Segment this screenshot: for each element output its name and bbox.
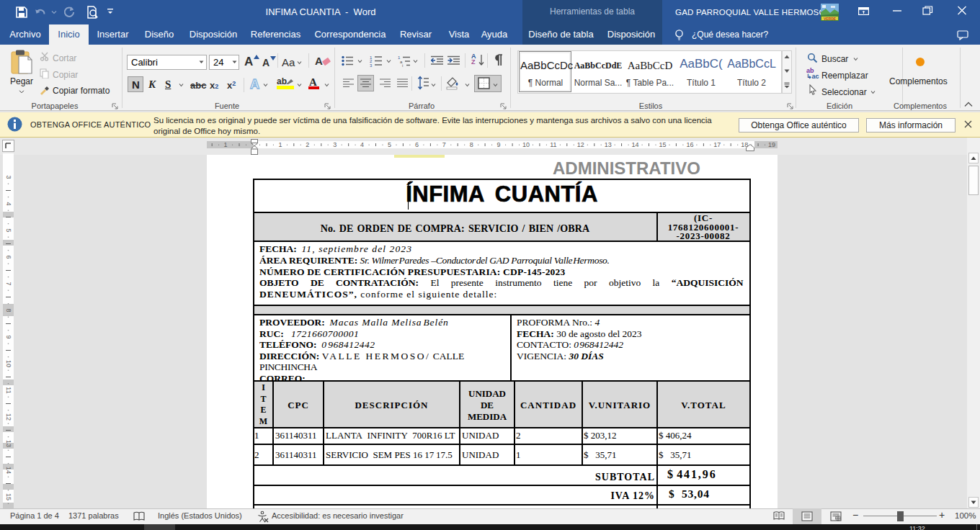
svg-text:4: 4 (360, 141, 364, 148)
svg-text:8: 8 (470, 141, 473, 148)
svg-text:2: 2 (306, 141, 309, 148)
svg-text:4: 4 (5, 202, 12, 205)
svg-text:6: 6 (415, 141, 419, 148)
svg-text:19: 19 (768, 141, 775, 148)
svg-text:3: 3 (5, 175, 12, 179)
svg-text:7: 7 (5, 282, 12, 285)
svg-text:6: 6 (5, 255, 12, 259)
svg-text:16: 16 (686, 141, 693, 148)
svg-text:i: i (402, 63, 403, 67)
svg-text:5: 5 (388, 141, 391, 148)
svg-text:7: 7 (442, 141, 446, 148)
svg-text:10: 10 (5, 360, 12, 367)
svg-text:1: 1 (278, 141, 282, 148)
svg-text:15: 15 (5, 493, 12, 500)
svg-text:13: 13 (5, 440, 12, 447)
svg-text:13: 13 (605, 141, 612, 148)
svg-text:8: 8 (5, 308, 12, 312)
svg-text:12: 12 (577, 141, 584, 148)
svg-text:14: 14 (632, 141, 639, 148)
svg-text:12: 12 (5, 413, 12, 421)
svg-text:10: 10 (522, 141, 530, 148)
svg-text:14: 14 (5, 467, 12, 474)
svg-text:9: 9 (5, 335, 12, 338)
svg-text:1: 1 (224, 141, 228, 148)
svg-text:11: 11 (5, 387, 12, 393)
svg-text:11: 11 (550, 141, 556, 148)
svg-text:VERDE: VERDE (824, 17, 837, 21)
svg-text:3: 3 (370, 63, 373, 68)
svg-text:15: 15 (659, 141, 666, 148)
svg-text:17: 17 (713, 141, 721, 148)
svg-text:5: 5 (5, 228, 12, 232)
svg-text:9: 9 (497, 141, 501, 148)
svg-text:3: 3 (333, 141, 337, 148)
